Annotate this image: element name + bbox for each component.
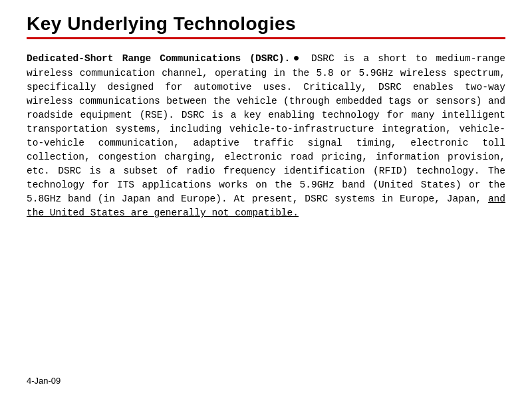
content-area: Dedicated-Short Range Communications (DS… <box>27 51 505 373</box>
slide: Key Underlying Technologies Dedicated-Sh… <box>0 0 532 399</box>
content-heading: Dedicated-Short Range Communications (DS… <box>27 53 290 64</box>
page-title: Key Underlying Technologies <box>27 13 505 35</box>
footer-date: 4-Jan-09 <box>27 376 505 386</box>
bullet-point: ● <box>290 53 303 65</box>
content-paragraph: DSRC is a short to medium-range wireless… <box>27 53 505 218</box>
title-underline <box>27 37 505 39</box>
title-section: Key Underlying Technologies <box>27 13 505 46</box>
